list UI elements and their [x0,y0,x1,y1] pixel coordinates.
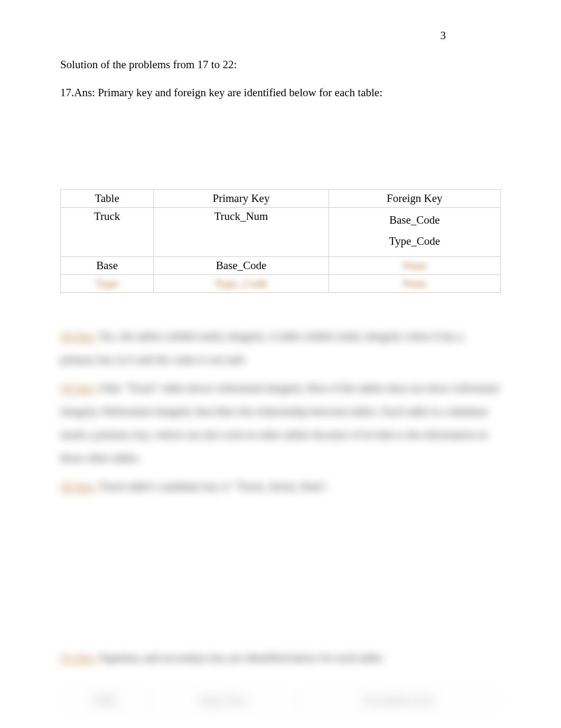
page-number: 3 [441,29,446,42]
answer-17-label: 17.Ans: [60,86,95,99]
header-table: Table [61,691,149,709]
fk-value-1: Base_Code [333,210,496,231]
blurred-answer-21: 21.Ans: Superkey and secondary key are i… [60,646,501,669]
header-super-key: Super Key [149,691,297,709]
answer-19-text: Only "Truck" table shows referential int… [60,382,499,464]
answer-21-text: Superkey and secondary key are identifie… [99,651,384,664]
answer-19-label: 19.Ans: [60,382,96,394]
blurred-answers-section: 18.Ans: Yes, the tables exhibit entity i… [60,325,501,499]
blurred-answer-19: 19.Ans: Only "Truck" table shows referen… [60,376,501,469]
keys-table: Table Primary Key Foreign Key Truck Truc… [60,189,501,293]
answer-21-label: 21.Ans: [60,651,96,664]
table-header-row: Table Primary Key Foreign Key [61,190,501,208]
cell-foreign-key: None [329,256,500,274]
cell-primary-key: Truck_Num [154,208,329,257]
header-table: Table [61,190,154,208]
answer-17-text: Primary key and foreign key are identifi… [98,86,382,99]
cell-primary-key: Type_Code [154,274,329,292]
header-foreign-key: Foreign Key [329,190,500,208]
header-primary-key: Primary Key [154,190,329,208]
cell-table-name: Truck [61,208,154,257]
answer-20-text: Truck table's candidate key is "Truck_Se… [99,480,330,493]
table-row: Base Base_Code None [61,256,501,274]
fk-value-2: Type_Code [333,231,496,252]
keys-table-wrapper: Table Primary Key Foreign Key Truck Truc… [60,189,501,293]
cell-table-name: Base [61,256,154,274]
answer-17-intro: 17.Ans: Primary key and foreign key are … [60,86,501,99]
cell-primary-key: Base_Code [154,256,329,274]
blurred-table-2: Table Super Key Secondary Key [60,691,501,709]
answer-18-text: Yes, the tables exhibit entity integrity… [60,330,463,366]
blurred-answer-18: 18.Ans: Yes, the tables exhibit entity i… [60,325,501,371]
header-secondary-key: Secondary Key [297,691,501,709]
table-row: Truck Truck_Num Base_Code Type_Code [61,208,501,257]
cell-foreign-key: None [329,274,500,292]
answer-20-label: 20.Ans: [60,480,96,493]
cell-table-name: Type [61,274,154,292]
section-heading: Solution of the problems from 17 to 22: [60,58,501,71]
document-content: Solution of the problems from 17 to 22: … [60,58,501,709]
table-header-row: Table Super Key Secondary Key [61,691,501,709]
blurred-answer-21-section: 21.Ans: Superkey and secondary key are i… [60,646,501,709]
secondary-keys-table: Table Super Key Secondary Key [60,691,501,709]
table-row: Type Type_Code None [61,274,501,292]
answer-18-label: 18.Ans: [60,330,96,343]
blurred-answer-20: 20.Ans: Truck table's candidate key is "… [60,475,501,498]
cell-foreign-key: Base_Code Type_Code [329,208,500,257]
